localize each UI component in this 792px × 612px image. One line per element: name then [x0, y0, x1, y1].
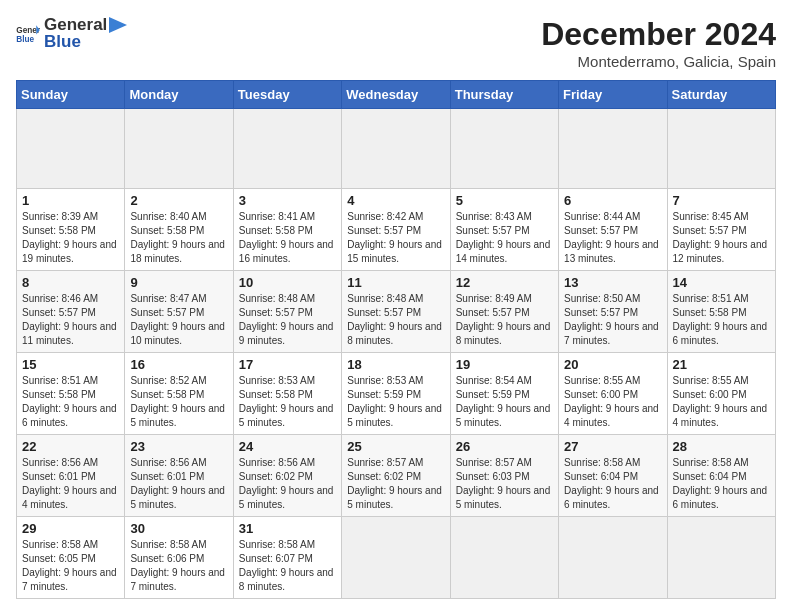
svg-text:Blue: Blue	[16, 34, 34, 43]
calendar-cell: 13Sunrise: 8:50 AMSunset: 5:57 PMDayligh…	[559, 271, 667, 353]
day-number: 6	[564, 193, 661, 208]
day-number: 12	[456, 275, 553, 290]
svg-marker-3	[109, 17, 127, 33]
logo-icon: General Blue	[16, 24, 40, 44]
day-number: 19	[456, 357, 553, 372]
calendar-cell: 10Sunrise: 8:48 AMSunset: 5:57 PMDayligh…	[233, 271, 341, 353]
title-area: December 2024 Montederramo, Galicia, Spa…	[541, 16, 776, 70]
week-row-3: 15Sunrise: 8:51 AMSunset: 5:58 PMDayligh…	[17, 353, 776, 435]
week-row-1: 1Sunrise: 8:39 AMSunset: 5:58 PMDaylight…	[17, 189, 776, 271]
cell-info: Sunrise: 8:44 AMSunset: 5:57 PMDaylight:…	[564, 210, 661, 266]
cell-info: Sunrise: 8:58 AMSunset: 6:04 PMDaylight:…	[673, 456, 770, 512]
calendar-cell	[342, 517, 450, 599]
day-number: 13	[564, 275, 661, 290]
calendar-cell: 29Sunrise: 8:58 AMSunset: 6:05 PMDayligh…	[17, 517, 125, 599]
day-number: 18	[347, 357, 444, 372]
calendar-cell	[450, 517, 558, 599]
calendar-cell	[342, 109, 450, 189]
cell-info: Sunrise: 8:47 AMSunset: 5:57 PMDaylight:…	[130, 292, 227, 348]
cell-info: Sunrise: 8:57 AMSunset: 6:03 PMDaylight:…	[456, 456, 553, 512]
calendar-cell: 14Sunrise: 8:51 AMSunset: 5:58 PMDayligh…	[667, 271, 775, 353]
month-title: December 2024	[541, 16, 776, 53]
day-number: 15	[22, 357, 119, 372]
day-number: 11	[347, 275, 444, 290]
header-day-saturday: Saturday	[667, 81, 775, 109]
day-number: 1	[22, 193, 119, 208]
day-number: 23	[130, 439, 227, 454]
day-number: 4	[347, 193, 444, 208]
cell-info: Sunrise: 8:51 AMSunset: 5:58 PMDaylight:…	[673, 292, 770, 348]
calendar-cell: 22Sunrise: 8:56 AMSunset: 6:01 PMDayligh…	[17, 435, 125, 517]
header-day-friday: Friday	[559, 81, 667, 109]
calendar-cell: 24Sunrise: 8:56 AMSunset: 6:02 PMDayligh…	[233, 435, 341, 517]
calendar-cell	[450, 109, 558, 189]
day-number: 31	[239, 521, 336, 536]
calendar-cell: 3Sunrise: 8:41 AMSunset: 5:58 PMDaylight…	[233, 189, 341, 271]
header-day-monday: Monday	[125, 81, 233, 109]
day-number: 24	[239, 439, 336, 454]
day-number: 25	[347, 439, 444, 454]
cell-info: Sunrise: 8:53 AMSunset: 5:59 PMDaylight:…	[347, 374, 444, 430]
day-number: 28	[673, 439, 770, 454]
cell-info: Sunrise: 8:58 AMSunset: 6:04 PMDaylight:…	[564, 456, 661, 512]
day-number: 30	[130, 521, 227, 536]
cell-info: Sunrise: 8:54 AMSunset: 5:59 PMDaylight:…	[456, 374, 553, 430]
header-day-thursday: Thursday	[450, 81, 558, 109]
cell-info: Sunrise: 8:56 AMSunset: 6:01 PMDaylight:…	[22, 456, 119, 512]
calendar-cell: 8Sunrise: 8:46 AMSunset: 5:57 PMDaylight…	[17, 271, 125, 353]
cell-info: Sunrise: 8:45 AMSunset: 5:57 PMDaylight:…	[673, 210, 770, 266]
calendar-cell: 26Sunrise: 8:57 AMSunset: 6:03 PMDayligh…	[450, 435, 558, 517]
calendar-cell	[559, 517, 667, 599]
day-number: 10	[239, 275, 336, 290]
cell-info: Sunrise: 8:55 AMSunset: 6:00 PMDaylight:…	[673, 374, 770, 430]
calendar-cell: 23Sunrise: 8:56 AMSunset: 6:01 PMDayligh…	[125, 435, 233, 517]
calendar-cell: 31Sunrise: 8:58 AMSunset: 6:07 PMDayligh…	[233, 517, 341, 599]
week-row-4: 22Sunrise: 8:56 AMSunset: 6:01 PMDayligh…	[17, 435, 776, 517]
day-number: 14	[673, 275, 770, 290]
day-number: 21	[673, 357, 770, 372]
week-row-5: 29Sunrise: 8:58 AMSunset: 6:05 PMDayligh…	[17, 517, 776, 599]
location-title: Montederramo, Galicia, Spain	[541, 53, 776, 70]
cell-info: Sunrise: 8:52 AMSunset: 5:58 PMDaylight:…	[130, 374, 227, 430]
cell-info: Sunrise: 8:58 AMSunset: 6:05 PMDaylight:…	[22, 538, 119, 594]
cell-info: Sunrise: 8:39 AMSunset: 5:58 PMDaylight:…	[22, 210, 119, 266]
calendar-cell: 11Sunrise: 8:48 AMSunset: 5:57 PMDayligh…	[342, 271, 450, 353]
calendar-cell: 27Sunrise: 8:58 AMSunset: 6:04 PMDayligh…	[559, 435, 667, 517]
day-number: 9	[130, 275, 227, 290]
cell-info: Sunrise: 8:51 AMSunset: 5:58 PMDaylight:…	[22, 374, 119, 430]
cell-info: Sunrise: 8:58 AMSunset: 6:06 PMDaylight:…	[130, 538, 227, 594]
header-day-tuesday: Tuesday	[233, 81, 341, 109]
day-number: 26	[456, 439, 553, 454]
cell-info: Sunrise: 8:55 AMSunset: 6:00 PMDaylight:…	[564, 374, 661, 430]
day-number: 7	[673, 193, 770, 208]
calendar-cell: 5Sunrise: 8:43 AMSunset: 5:57 PMDaylight…	[450, 189, 558, 271]
day-number: 20	[564, 357, 661, 372]
calendar-cell	[559, 109, 667, 189]
calendar-cell: 9Sunrise: 8:47 AMSunset: 5:57 PMDaylight…	[125, 271, 233, 353]
calendar-cell	[667, 109, 775, 189]
calendar-cell	[667, 517, 775, 599]
calendar-cell	[233, 109, 341, 189]
calendar-cell: 6Sunrise: 8:44 AMSunset: 5:57 PMDaylight…	[559, 189, 667, 271]
calendar-cell: 12Sunrise: 8:49 AMSunset: 5:57 PMDayligh…	[450, 271, 558, 353]
calendar-cell	[17, 109, 125, 189]
cell-info: Sunrise: 8:48 AMSunset: 5:57 PMDaylight:…	[347, 292, 444, 348]
day-number: 17	[239, 357, 336, 372]
header: General Blue General Blue December 2024 …	[16, 16, 776, 70]
cell-info: Sunrise: 8:57 AMSunset: 6:02 PMDaylight:…	[347, 456, 444, 512]
day-number: 27	[564, 439, 661, 454]
logo-arrow-icon	[109, 17, 127, 33]
calendar-cell: 2Sunrise: 8:40 AMSunset: 5:58 PMDaylight…	[125, 189, 233, 271]
calendar-cell: 16Sunrise: 8:52 AMSunset: 5:58 PMDayligh…	[125, 353, 233, 435]
calendar-cell: 17Sunrise: 8:53 AMSunset: 5:58 PMDayligh…	[233, 353, 341, 435]
cell-info: Sunrise: 8:46 AMSunset: 5:57 PMDaylight:…	[22, 292, 119, 348]
day-number: 3	[239, 193, 336, 208]
header-day-wednesday: Wednesday	[342, 81, 450, 109]
calendar-cell: 19Sunrise: 8:54 AMSunset: 5:59 PMDayligh…	[450, 353, 558, 435]
cell-info: Sunrise: 8:49 AMSunset: 5:57 PMDaylight:…	[456, 292, 553, 348]
calendar-cell: 15Sunrise: 8:51 AMSunset: 5:58 PMDayligh…	[17, 353, 125, 435]
logo: General Blue General Blue	[16, 16, 127, 51]
calendar-cell: 4Sunrise: 8:42 AMSunset: 5:57 PMDaylight…	[342, 189, 450, 271]
calendar-cell: 25Sunrise: 8:57 AMSunset: 6:02 PMDayligh…	[342, 435, 450, 517]
day-number: 5	[456, 193, 553, 208]
